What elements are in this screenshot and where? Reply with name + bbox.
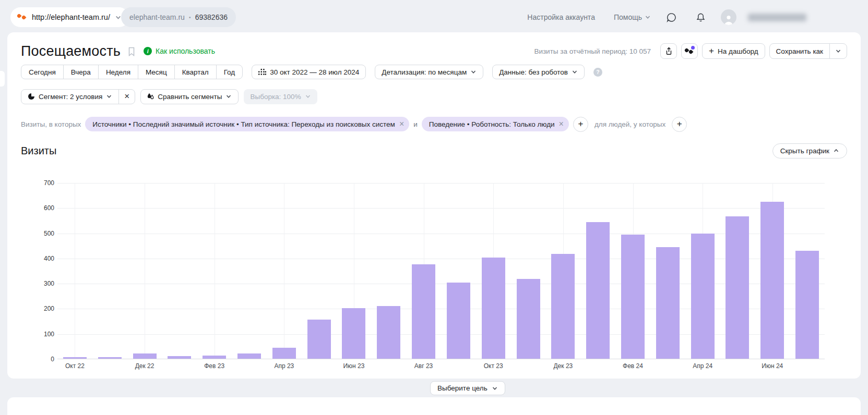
- chart-bar[interactable]: [482, 258, 505, 359]
- how-to-use-link[interactable]: i Как использовать: [144, 47, 215, 55]
- chevron-down-icon: [115, 14, 122, 21]
- gridline-v: [284, 183, 284, 359]
- filter-chip-label: Поведение • Роботность: Только люди: [429, 120, 555, 128]
- hide-chart-button[interactable]: Скрыть график: [772, 143, 847, 158]
- remove-filter-icon[interactable]: ×: [399, 120, 404, 128]
- side-panel-tab[interactable]: [0, 71, 5, 87]
- preset-quarter[interactable]: Квартал: [175, 65, 217, 79]
- chart-bar[interactable]: [656, 247, 680, 359]
- metrica-logo-icon: [17, 13, 27, 22]
- goal-selector-button[interactable]: Выберите цель: [430, 381, 505, 395]
- chart-bar[interactable]: [98, 357, 122, 359]
- separator-dot: •: [189, 14, 191, 20]
- remove-filter-icon[interactable]: ×: [559, 120, 564, 128]
- chart-bar[interactable]: [377, 306, 400, 359]
- chart-bar[interactable]: [517, 279, 540, 359]
- chart-bar[interactable]: [726, 216, 749, 359]
- segment-controls: Сегмент: 2 условия × Сравнить сегменты В…: [21, 89, 317, 104]
- y-tick-label: 0: [51, 356, 54, 363]
- sampling-label: Выборка: 100%: [250, 93, 301, 101]
- user-id-redacted: [748, 14, 806, 21]
- chart-bar[interactable]: [272, 348, 296, 359]
- x-tick-label: Апр 23: [274, 362, 294, 370]
- data-mode-label: Данные: без роботов: [499, 68, 568, 76]
- chart-bar[interactable]: [133, 353, 157, 359]
- chart-bar[interactable]: [307, 320, 331, 359]
- date-range-button[interactable]: 30 окт 2022 — 28 июл 2024: [252, 65, 366, 79]
- x-tick-label: Дек 23: [553, 362, 573, 370]
- add-to-dashboard-label: На дашборд: [718, 47, 758, 55]
- add-visit-condition-button[interactable]: +: [573, 117, 588, 132]
- feedback-chat-button[interactable]: [662, 8, 680, 26]
- gridline-h: [57, 208, 825, 209]
- filter-chip-robots[interactable]: Поведение • Роботность: Только люди ×: [422, 117, 569, 131]
- gridline-v: [75, 183, 75, 359]
- chart-bar[interactable]: [621, 235, 645, 359]
- add-to-dashboard-button[interactable]: + На дашборд: [702, 43, 765, 59]
- preset-year[interactable]: Год: [217, 65, 243, 79]
- ai-summary-button[interactable]: [681, 43, 698, 59]
- chart-bar[interactable]: [795, 251, 819, 359]
- droplets-icon: [147, 93, 154, 100]
- chevron-up-icon: [833, 148, 839, 154]
- chevron-down-icon: [106, 93, 112, 100]
- counter-site-name: elephant-team.ru: [129, 13, 185, 21]
- y-tick-label: 100: [44, 331, 54, 338]
- counter-selector[interactable]: http://elephant-team.ru/: [10, 7, 129, 27]
- chart-bar[interactable]: [203, 356, 226, 359]
- data-mode-dropdown[interactable]: Данные: без роботов: [492, 65, 585, 79]
- preset-week[interactable]: Неделя: [99, 65, 138, 79]
- segment-dropdown[interactable]: Сегмент: 2 условия: [21, 90, 118, 104]
- report-header: Посещаемость i Как использовать Визиты з…: [21, 43, 847, 59]
- preset-today[interactable]: Сегодня: [21, 65, 64, 79]
- chart-bar[interactable]: [342, 308, 365, 359]
- chart-x-axis: Окт 22Дек 22Фев 23Апр 23Июн 23Авг 23Окт …: [57, 362, 825, 373]
- period-controls: Сегодня Вчера Неделя Месяц Квартал Год 3…: [21, 65, 602, 79]
- save-as-menu-toggle[interactable]: [830, 44, 847, 58]
- save-as-button[interactable]: Сохранить как: [770, 44, 829, 58]
- save-as-label: Сохранить как: [776, 47, 823, 55]
- detalization-dropdown[interactable]: Детализация: по месяцам: [375, 65, 483, 79]
- chevron-down-icon: [305, 93, 311, 100]
- x-tick-label: Июн 23: [343, 362, 364, 370]
- preset-yesterday[interactable]: Вчера: [64, 65, 99, 79]
- export-button[interactable]: [660, 43, 677, 59]
- compare-segments-label: Сравнить сегменты: [158, 93, 222, 101]
- y-tick-label: 200: [44, 305, 54, 312]
- notifications-bell-button[interactable]: [692, 8, 709, 26]
- sampling-dropdown: Выборка: 100%: [244, 89, 317, 104]
- compare-segments-dropdown[interactable]: Сравнить сегменты: [140, 89, 239, 104]
- chart-bar[interactable]: [691, 234, 715, 359]
- x-tick-label: Окт 23: [484, 362, 503, 370]
- x-tick-label: Дек 22: [135, 362, 154, 370]
- calendar-grid-icon: [258, 69, 266, 76]
- counter-info-badge: elephant-team.ru • 69382636: [121, 7, 236, 27]
- add-user-condition-button[interactable]: +: [672, 117, 687, 132]
- chart-bar[interactable]: [63, 357, 87, 359]
- save-as-split-button: Сохранить как: [769, 43, 847, 59]
- visits-bar-chart: 0100200300400500600700 Окт 22Дек 22Фев 2…: [21, 183, 833, 377]
- gridline-h: [57, 183, 825, 184]
- bookmark-icon[interactable]: [128, 47, 135, 56]
- chart-bar[interactable]: [760, 202, 784, 359]
- preset-month[interactable]: Месяц: [138, 65, 175, 79]
- chart-bar[interactable]: [551, 254, 575, 359]
- filter-conditions: Визиты, в которых Источники • Последний …: [21, 117, 687, 131]
- chart-bar[interactable]: [168, 356, 191, 359]
- help-menu[interactable]: Помощь: [614, 13, 651, 21]
- x-tick-label: Фев 24: [623, 362, 643, 370]
- chart-bar[interactable]: [237, 353, 261, 359]
- segment-label: Сегмент: 2 условия: [39, 93, 102, 101]
- chart-bar[interactable]: [412, 264, 435, 359]
- chart-bar[interactable]: [586, 222, 610, 359]
- chart-bar[interactable]: [447, 283, 470, 359]
- counter-url: http://elephant-team.ru/: [32, 13, 110, 21]
- y-tick-label: 400: [44, 255, 54, 262]
- user-avatar[interactable]: [721, 9, 736, 25]
- question-help-icon[interactable]: ?: [593, 68, 602, 77]
- yandex-metrica-traffic-page: http://elephant-team.ru/ elephant-team.r…: [0, 0, 868, 415]
- filter-chip-source[interactable]: Источники • Последний значимый источник …: [85, 117, 409, 131]
- segment-clear-button[interactable]: ×: [119, 90, 135, 104]
- account-settings-link[interactable]: Настройка аккаунта: [527, 13, 595, 21]
- y-tick-label: 300: [44, 280, 54, 287]
